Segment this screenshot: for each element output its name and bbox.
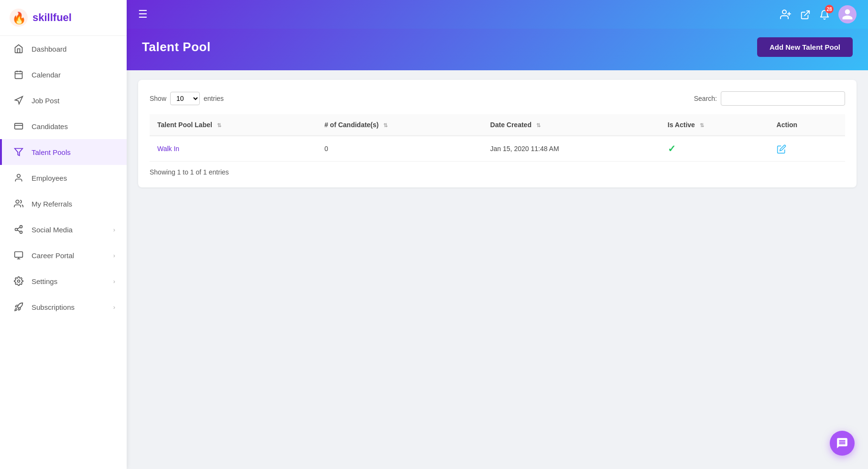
chevron-right-icon: › bbox=[113, 304, 115, 311]
sidebar-item-candidates[interactable]: Candidates bbox=[0, 113, 127, 139]
svg-line-14 bbox=[17, 230, 20, 231]
col-is-active: Is Active ⇅ bbox=[660, 114, 769, 136]
cell-action bbox=[769, 136, 845, 162]
notification-badge: 28 bbox=[825, 5, 834, 13]
content-area: Show 10 25 50 100 entries Search: bbox=[127, 70, 868, 469]
sort-date-icon[interactable]: ⇅ bbox=[536, 122, 541, 129]
sidebar: 🔥 skillfuel DashboardCalendarJob PostCan… bbox=[0, 0, 127, 469]
sidebar-item-label-candidates: Candidates bbox=[32, 122, 68, 131]
add-user-icon[interactable] bbox=[780, 9, 792, 21]
calendar-icon bbox=[13, 69, 24, 80]
svg-point-13 bbox=[20, 231, 22, 233]
add-talent-pool-button[interactable]: Add New Talent Pool bbox=[757, 37, 853, 57]
sidebar-item-label-dashboard: Dashboard bbox=[32, 45, 66, 53]
external-link-icon[interactable] bbox=[800, 9, 811, 20]
sidebar-item-label-calendar: Calendar bbox=[32, 71, 61, 79]
table-card: Show 10 25 50 100 entries Search: bbox=[138, 80, 857, 187]
sidebar-item-subscriptions[interactable]: Subscriptions› bbox=[0, 294, 127, 320]
notification-icon[interactable]: 28 bbox=[819, 9, 830, 20]
gear-icon bbox=[13, 276, 24, 286]
user-avatar[interactable] bbox=[838, 5, 857, 23]
share-icon bbox=[13, 224, 24, 235]
cell-candidates: 0 bbox=[317, 136, 483, 162]
entries-label: entries bbox=[204, 95, 224, 102]
cell-date-created: Jan 15, 2020 11:48 AM bbox=[483, 136, 660, 162]
logo-part1: skill bbox=[33, 11, 53, 23]
home-icon bbox=[13, 44, 24, 54]
active-check-icon: ✓ bbox=[668, 143, 676, 154]
svg-rect-6 bbox=[15, 123, 23, 129]
filter-icon bbox=[13, 147, 24, 157]
col-date-created: Date Created ⇅ bbox=[483, 114, 660, 136]
svg-line-15 bbox=[17, 227, 20, 229]
table-header: Talent Pool Label ⇅ # of Candidate(s) ⇅ … bbox=[150, 114, 845, 136]
svg-rect-2 bbox=[15, 71, 22, 78]
id-card-icon bbox=[13, 121, 24, 131]
sidebar-item-label-job-post: Job Post bbox=[32, 97, 59, 105]
showing-text: Showing 1 to 1 of 1 entries bbox=[150, 168, 845, 176]
sidebar-item-label-settings: Settings bbox=[32, 277, 57, 285]
svg-point-11 bbox=[20, 226, 22, 228]
chevron-right-icon: › bbox=[113, 278, 115, 285]
page-title: Talent Pool bbox=[142, 40, 211, 55]
svg-text:🔥: 🔥 bbox=[12, 11, 26, 25]
page-header: Talent Pool Add New Talent Pool bbox=[127, 29, 868, 70]
svg-point-10 bbox=[16, 200, 19, 204]
sort-candidates-icon[interactable]: ⇅ bbox=[383, 122, 388, 129]
svg-point-9 bbox=[17, 175, 21, 178]
sort-label-icon[interactable]: ⇅ bbox=[217, 122, 221, 129]
monitor-icon bbox=[13, 250, 24, 261]
svg-point-12 bbox=[15, 229, 18, 231]
table-row: Walk In0Jan 15, 2020 11:48 AM✓ bbox=[150, 136, 845, 162]
show-entries: Show 10 25 50 100 entries bbox=[150, 92, 224, 105]
chevron-right-icon: › bbox=[113, 252, 115, 259]
sidebar-item-label-career-portal: Career Portal bbox=[32, 251, 74, 260]
main-content: ☰ bbox=[127, 0, 868, 469]
sidebar-item-label-subscriptions: Subscriptions bbox=[32, 303, 75, 311]
sidebar-item-label-my-referrals: My Referrals bbox=[32, 200, 72, 208]
col-action: Action bbox=[769, 114, 845, 136]
sidebar-item-dashboard[interactable]: Dashboard bbox=[0, 36, 127, 62]
sidebar-item-employees[interactable]: Employees bbox=[0, 165, 127, 191]
col-label: Talent Pool Label ⇅ bbox=[150, 114, 317, 136]
sidebar-item-career-portal[interactable]: Career Portal› bbox=[0, 242, 127, 268]
svg-marker-8 bbox=[15, 149, 23, 156]
talent-pool-table: Talent Pool Label ⇅ # of Candidate(s) ⇅ … bbox=[150, 114, 845, 162]
svg-rect-16 bbox=[15, 252, 23, 258]
sidebar-item-label-social-media: Social Media bbox=[32, 226, 73, 234]
sidebar-item-job-post[interactable]: Job Post bbox=[0, 87, 127, 113]
sidebar-item-settings[interactable]: Settings› bbox=[0, 268, 127, 294]
sidebar-item-my-referrals[interactable]: My Referrals bbox=[0, 191, 127, 217]
logo-part2: fuel bbox=[53, 11, 72, 23]
logo: 🔥 skillfuel bbox=[0, 0, 127, 36]
table-controls: Show 10 25 50 100 entries Search: bbox=[150, 91, 845, 106]
person-icon bbox=[13, 173, 24, 183]
menu-toggle[interactable]: ☰ bbox=[138, 8, 148, 21]
chevron-right-icon: › bbox=[113, 226, 115, 233]
nav-container: DashboardCalendarJob PostCandidatesTalen… bbox=[0, 36, 127, 320]
logo-icon: 🔥 bbox=[10, 9, 28, 27]
entries-select[interactable]: 10 25 50 100 bbox=[170, 92, 200, 105]
search-label: Search: bbox=[694, 95, 717, 102]
sort-active-icon[interactable]: ⇅ bbox=[700, 122, 704, 129]
sidebar-item-social-media[interactable]: Social Media› bbox=[0, 217, 127, 242]
cell-label: Walk In bbox=[150, 136, 317, 162]
show-label: Show bbox=[150, 95, 166, 102]
chat-bubble[interactable] bbox=[830, 431, 855, 456]
search-input[interactable] bbox=[721, 91, 845, 106]
col-candidates: # of Candidate(s) ⇅ bbox=[317, 114, 483, 136]
cell-is-active: ✓ bbox=[660, 136, 769, 162]
svg-line-23 bbox=[804, 11, 809, 16]
sidebar-item-label-talent-pools: Talent Pools bbox=[32, 148, 71, 156]
edit-icon[interactable] bbox=[777, 143, 786, 153]
table-body: Walk In0Jan 15, 2020 11:48 AM✓ bbox=[150, 136, 845, 162]
topbar: ☰ bbox=[127, 0, 868, 29]
sidebar-item-calendar[interactable]: Calendar bbox=[0, 62, 127, 87]
megaphone-icon bbox=[13, 95, 24, 106]
logo-text: skillfuel bbox=[33, 11, 72, 24]
svg-point-20 bbox=[782, 10, 786, 14]
talent-pool-link[interactable]: Walk In bbox=[157, 145, 179, 153]
sidebar-item-talent-pools[interactable]: Talent Pools bbox=[0, 139, 127, 165]
topbar-actions: 28 bbox=[780, 5, 857, 23]
svg-point-19 bbox=[18, 280, 20, 283]
